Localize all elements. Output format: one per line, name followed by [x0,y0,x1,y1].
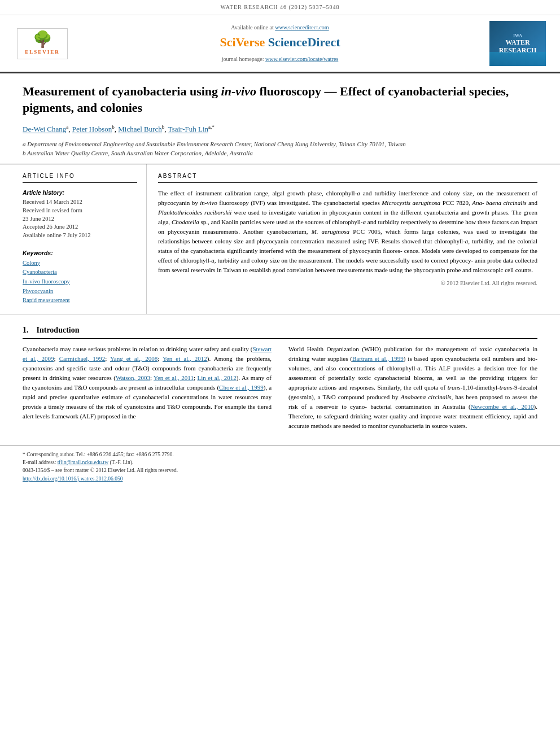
ref-yen2012[interactable]: Yen et al., 2012 [163,355,207,362]
author-dewei[interactable]: De-Wei Chang [23,125,66,134]
title-section: Measurement of cyanobacteria using in-vi… [0,73,560,164]
article-info-column: ARTICLE INFO Article history: Received 1… [11,164,147,314]
authors-line: De-Wei Changa, Peter Hobsonb, Michael Bu… [23,124,537,135]
section-title: 1. Introduction [23,325,537,339]
email-note: E-mail address: tflin@mail.ncku.edu.tw (… [23,458,537,466]
ref-lin2012[interactable]: Lin et al., 2012 [197,374,236,381]
history-label: Article history: [23,189,137,197]
intro-right-col: World Health Organization (WHO) publicat… [288,344,537,435]
affiliations: a Department of Environmental Engineerin… [23,139,537,158]
waves-decoration [489,52,546,66]
author-michael[interactable]: Michael Burch [118,125,162,134]
sciencedirect-logo: SciVerse ScienceDirect [220,34,340,51]
water-research-badge-area: IWA WATER RESEARCH [487,21,549,66]
journal-citation: WATER RESEARCH 46 (2012) 5037–5048 [220,4,339,10]
ref-bartram[interactable]: Bartram et al., 1999 [352,355,404,362]
affiliation-b: b Australian Water Quality Centre, South… [23,148,537,158]
section-title-label: Introduction [37,326,80,334]
ref-chow[interactable]: Chow et al., 1999 [219,384,264,391]
article-title: Measurement of cyanobacteria using in-vi… [23,84,537,116]
journal-homepage-url[interactable]: www.elsevier.com/locate/watres [265,56,338,62]
corresponding-author-note: * Corresponding author. Tel.: +886 6 236… [23,451,537,458]
revised-label: Received in revised form [23,207,137,215]
doi-note: http://dx.doi.org/10.1016/j.watres.2012.… [23,475,537,483]
keyword-phycocyanin[interactable]: Phycocyanin [23,287,137,296]
journal-bar: WATER RESEARCH 46 (2012) 5037–5048 [0,0,560,15]
keyword-invivo[interactable]: In-vivo fluoroscopy [23,278,137,286]
banner: 🌳 ELSEVIER Available online at www.scien… [0,15,560,73]
available-online-text: Available online at www.sciencedirect.co… [231,24,329,32]
article-info-abstract: ARTICLE INFO Article history: Received 1… [0,164,560,314]
ref-carmichael[interactable]: Carmichael, 1992 [59,355,106,362]
author-tsair[interactable]: Tsair-Fuh Lin [168,125,208,134]
ref-newcombe[interactable]: Newcombe et al., 2010 [471,403,534,410]
keyword-rapid[interactable]: Rapid measurement [23,296,137,305]
article-history: Article history: Received 14 March 2012 … [23,189,137,240]
doi-link[interactable]: http://dx.doi.org/10.1016/j.watres.2012.… [23,476,123,482]
elsevier-text: ELSEVIER [25,49,60,56]
abstract-copyright: © 2012 Elsevier Ltd. All rights reserved… [158,279,537,288]
article-info-header: ARTICLE INFO [23,172,137,183]
intro-para-2: World Health Organization (WHO) publicat… [288,344,537,431]
intro-left-col: Cyanobacteria may cause serious problems… [23,344,272,435]
available-online: Available online 7 July 2012 [23,231,137,240]
accepted-date: Accepted 26 June 2012 [23,223,137,231]
ref-watson[interactable]: Watson, 2003 [116,374,150,381]
email-link[interactable]: tflin@mail.ncku.edu.tw [58,460,108,465]
revised-date: 23 June 2012 [23,215,137,224]
affiliation-a: a Department of Environmental Engineerin… [23,139,537,149]
abstract-header: ABSTRACT [158,172,537,183]
keyword-colony[interactable]: Colony [23,259,137,268]
intro-para-1: Cyanobacteria may cause serious problems… [23,344,272,421]
keywords-section: Keywords: Colony Cyanobacteria In-vivo f… [23,249,137,305]
tree-icon: 🌳 [33,32,53,47]
elsevier-logo: 🌳 ELSEVIER [17,28,68,59]
ref-yang[interactable]: Yang et al., 2008 [110,355,158,362]
water-research-badge: IWA WATER RESEARCH [489,21,546,66]
keywords-label: Keywords: [23,249,137,257]
abstract-column: ABSTRACT The effect of instrument calibr… [147,164,549,314]
keyword-cyanobacteria[interactable]: Cyanobacteria [23,268,137,277]
introduction-section: 1. Introduction Cyanobacteria may cause … [0,314,560,445]
sciencedirect-url[interactable]: www.sciencedirect.com [275,24,329,30]
ref-yen2011[interactable]: Yen et al., 2011 [154,374,194,381]
received-date: Received 14 March 2012 [23,198,137,207]
sciencedirect-center: Available online at www.sciencedirect.co… [79,21,481,66]
issn-note: 0043-1354/$ – see front matter © 2012 El… [23,466,537,474]
intro-columns: Cyanobacteria may cause serious problems… [23,344,537,435]
journal-homepage: journal homepage: www.elsevier.com/locat… [222,55,339,63]
author-peter[interactable]: Peter Hobson [72,125,112,134]
elsevier-logo-area: 🌳 ELSEVIER [11,21,73,66]
abstract-text: The effect of instrument calibration ran… [158,189,537,275]
section-number: 1. [23,326,29,334]
footnotes: * Corresponding author. Tel.: +886 6 236… [0,445,560,487]
